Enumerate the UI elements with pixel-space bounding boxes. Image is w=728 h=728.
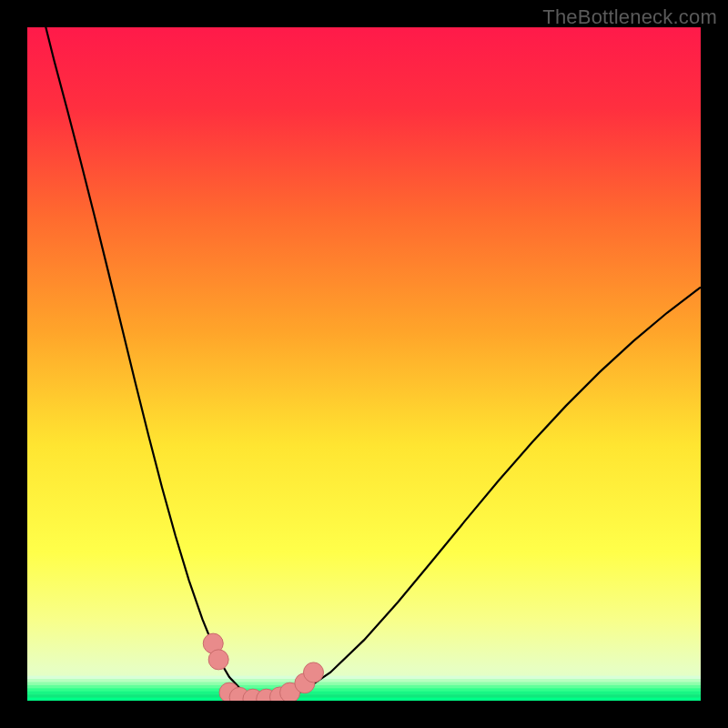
svg-rect-6 [27, 692, 701, 695]
watermark-text: TheBottleneck.com [542, 5, 717, 29]
svg-rect-3 [27, 682, 701, 685]
data-marker [208, 650, 228, 670]
bottleneck-chart [0, 0, 728, 728]
green-threshold-band [27, 676, 701, 702]
gradient-background [27, 27, 701, 701]
svg-rect-2 [27, 679, 701, 682]
data-marker [304, 662, 324, 682]
svg-rect-8 [27, 698, 701, 702]
svg-rect-1 [27, 676, 701, 680]
svg-rect-7 [27, 694, 701, 698]
svg-rect-5 [27, 688, 701, 692]
svg-rect-4 [27, 685, 701, 689]
